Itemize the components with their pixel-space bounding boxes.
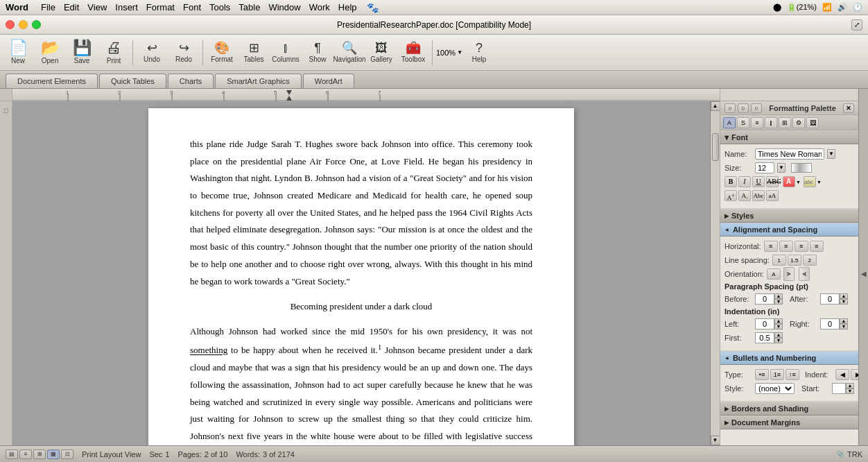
tab-smartart[interactable]: SmartArt Graphics	[215, 74, 301, 88]
palette-tb-styles[interactable]: S	[737, 117, 749, 128]
menu-window[interactable]: Window	[268, 2, 300, 12]
gallery-button[interactable]: 🖼 Gallery	[366, 36, 397, 69]
right-up[interactable]: ▲	[840, 318, 848, 324]
tab-quick-tables[interactable]: Quick Tables	[99, 74, 166, 88]
show-button[interactable]: ¶ Show	[302, 36, 333, 69]
superscript-button[interactable]: A+	[724, 190, 737, 201]
right-down[interactable]: ▼	[840, 324, 848, 330]
styles-section-header[interactable]: ▶ Styles	[720, 209, 858, 223]
subscript-button[interactable]: A-	[738, 190, 751, 201]
outline-list-button[interactable]: ↑≡	[785, 369, 799, 380]
tab-charts[interactable]: Charts	[168, 74, 214, 88]
view-btn-3[interactable]: ⊞	[33, 450, 46, 459]
menu-view[interactable]: View	[87, 2, 107, 12]
toolbox-button[interactable]: 🧰 Toolbox	[398, 36, 428, 69]
strikethrough-button[interactable]: ABC	[766, 176, 779, 187]
before-input[interactable]	[755, 293, 774, 305]
first-up[interactable]: ▲	[774, 332, 783, 338]
right-stepper[interactable]: ▲ ▼	[820, 318, 848, 330]
font-section-header[interactable]: ▶ Font	[720, 130, 858, 144]
scroll-thumb[interactable]	[712, 133, 719, 161]
after-up[interactable]: ▲	[840, 293, 848, 299]
collapse-handle[interactable]: ◀	[858, 101, 868, 445]
palette-tb-list[interactable]: ≡	[751, 117, 763, 128]
menu-tools[interactable]: Tools	[209, 2, 230, 12]
menu-edit[interactable]: Edit	[64, 2, 79, 12]
font-size-arrow[interactable]: ▼	[777, 163, 785, 173]
italic-button[interactable]: I	[738, 176, 751, 187]
underline-button[interactable]: U	[752, 176, 765, 187]
capitalize-button[interactable]: Abc	[752, 190, 765, 201]
after-stepper[interactable]: ▲ ▼	[820, 293, 848, 305]
margins-section-header[interactable]: ▶ Document Margins	[720, 416, 858, 429]
orient-270-button[interactable]: A	[799, 267, 810, 281]
start-input[interactable]	[832, 383, 846, 394]
left-input[interactable]	[755, 318, 774, 330]
view-btn-5[interactable]: ⊡	[61, 450, 73, 459]
scroll-up-arrow[interactable]: ▲	[711, 101, 720, 111]
before-up[interactable]: ▲	[774, 293, 783, 299]
palette-close[interactable]: ○	[724, 103, 736, 113]
align-left-button[interactable]: ≡	[764, 241, 778, 252]
indent-left-button[interactable]: ◀	[835, 369, 849, 380]
minimize-button[interactable]	[19, 20, 28, 29]
bold-button[interactable]: B	[724, 176, 737, 187]
font-name-input[interactable]	[755, 148, 824, 160]
align-center-button[interactable]: ≡	[779, 241, 793, 252]
menu-file[interactable]: File	[41, 2, 55, 12]
print-button[interactable]: 🖨 Print	[98, 36, 129, 69]
before-down[interactable]: ▼	[774, 299, 783, 305]
menu-font[interactable]: Font	[183, 2, 201, 12]
view-btn-2[interactable]: ≡	[19, 450, 32, 459]
bullets-section-header[interactable]: ▼ Bullets and Numbering	[720, 351, 858, 365]
track-changes-icon[interactable]: 📎	[836, 450, 844, 458]
highlight-button[interactable]: abc	[804, 176, 816, 187]
first-stepper[interactable]: ▲ ▼	[755, 332, 783, 343]
view-btn-4[interactable]: ▦	[47, 450, 60, 459]
font-color-arrow[interactable]: ▼	[796, 180, 801, 185]
after-down[interactable]: ▼	[840, 299, 848, 305]
align-right-button[interactable]: ≡	[795, 241, 808, 252]
redo-button[interactable]: ↪ Redo	[168, 36, 199, 69]
after-input[interactable]	[820, 293, 840, 305]
document-area[interactable]: this plane ride Judge Sarah T. Hughes sw…	[12, 101, 710, 445]
left-stepper[interactable]: ▲ ▼	[755, 318, 783, 330]
double-spacing-button[interactable]: 2	[803, 255, 817, 266]
menu-format[interactable]: Format	[146, 2, 175, 12]
tab-wordart[interactable]: WordArt	[303, 74, 354, 88]
scroll-down-arrow[interactable]: ▼	[711, 436, 720, 445]
left-up[interactable]: ▲	[774, 318, 783, 324]
menu-insert[interactable]: Insert	[115, 2, 138, 12]
borders-section-header[interactable]: ▶ Borders and Shading	[720, 402, 858, 416]
format-button[interactable]: 🎨 Format	[207, 36, 237, 69]
menu-work[interactable]: Work	[309, 2, 330, 12]
view-btn-1[interactable]: ▤	[6, 450, 18, 459]
ordered-list-button[interactable]: 1≡	[770, 369, 784, 380]
palette-tb-cols[interactable]: ⫿	[765, 117, 777, 128]
palette-tb-img[interactable]: 🖼	[806, 117, 819, 128]
orient-90-button[interactable]: A	[783, 267, 795, 281]
font-size-input[interactable]	[755, 162, 774, 173]
first-down[interactable]: ▼	[774, 338, 783, 343]
undo-button[interactable]: ↩ Undo	[137, 36, 167, 69]
right-input[interactable]	[820, 318, 840, 330]
tables-button[interactable]: ⊞ Tables	[238, 36, 269, 69]
open-button[interactable]: 📂 Open	[35, 36, 65, 69]
highlight-arrow[interactable]: ▼	[817, 180, 822, 185]
allcaps-button[interactable]: aA	[766, 190, 779, 201]
palette-tb-font[interactable]: A	[723, 117, 736, 128]
new-button[interactable]: 📄 New	[3, 36, 33, 69]
font-color-button[interactable]: A	[783, 176, 795, 187]
start-down[interactable]: ▼	[846, 388, 854, 394]
indent-right-button[interactable]: ▶	[851, 369, 858, 380]
left-down[interactable]: ▼	[774, 324, 783, 330]
navigation-button[interactable]: 🔍 Navigation	[334, 36, 365, 69]
palette-settings[interactable]: ✕	[843, 103, 854, 113]
before-stepper[interactable]: ▲ ▼	[755, 293, 783, 305]
style-select[interactable]: (none)	[755, 383, 795, 394]
single-spacing-button[interactable]: 1	[772, 255, 786, 266]
font-size-slider[interactable]	[791, 163, 812, 173]
columns-button[interactable]: ⫿ Columns	[270, 36, 301, 69]
orient-0-button[interactable]: A	[767, 268, 781, 280]
start-stepper[interactable]: ▲ ▼	[832, 383, 854, 394]
